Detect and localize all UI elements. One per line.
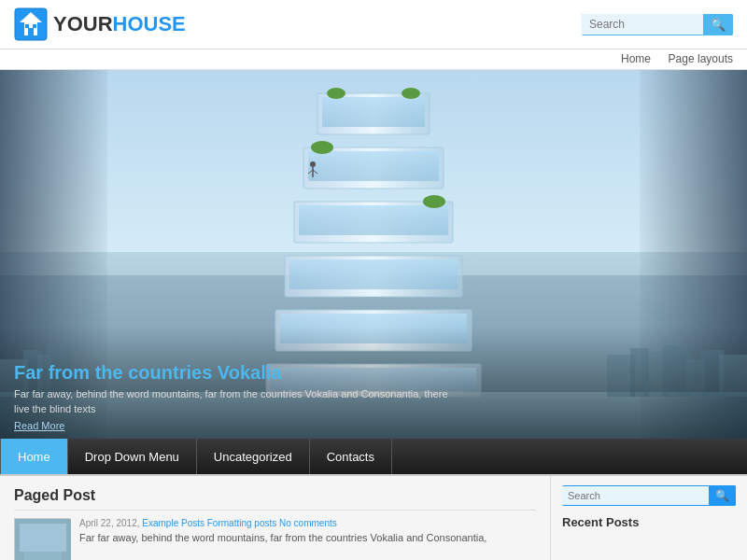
svg-point-15 (423, 195, 445, 208)
svg-rect-5 (25, 24, 29, 28)
svg-rect-7 (322, 97, 425, 127)
svg-point-12 (311, 141, 333, 154)
top-nav-page-layouts[interactable]: Page layouts (669, 52, 733, 65)
logo-your: YOUR (53, 12, 113, 35)
header: YOURHOUSE .logo-text-wrap { font-size: 2… (0, 0, 747, 49)
hero-read-more-link[interactable]: Read More (14, 420, 733, 431)
nav-item-home[interactable]: Home (0, 439, 68, 474)
header-search-button[interactable]: 🔍 (703, 14, 733, 35)
header-search-input[interactable] (582, 14, 703, 35)
hero-section: Far from the countries Vokalia Far far a… (0, 70, 747, 439)
nav-item-uncategorized[interactable]: Uncategorized (197, 439, 310, 474)
svg-rect-11 (308, 151, 439, 181)
main-navigation: Home Drop Down Menu Uncategorized Contac… (0, 439, 747, 474)
content-area: Paged Post April 22, 2012, Example Posts… (0, 474, 747, 560)
svg-rect-39 (24, 552, 62, 560)
svg-rect-3 (28, 28, 34, 35)
house-icon (14, 7, 48, 41)
hero-title: Far from the countries Vokalia (14, 362, 733, 384)
nav-item-dropdown-menu[interactable]: Drop Down Menu (68, 439, 197, 474)
post-excerpt: Far far away, behind the word mountains,… (79, 531, 486, 545)
svg-point-9 (402, 88, 420, 99)
svg-rect-38 (20, 524, 66, 552)
nav-item-contacts[interactable]: Contacts (310, 439, 392, 474)
header-search-form: 🔍 (582, 14, 733, 35)
post-date: April 22, 2012 (79, 518, 137, 528)
post-meta: April 22, 2012, Example Posts Formatting… (79, 518, 486, 528)
svg-point-8 (327, 88, 345, 99)
sidebar-search-button[interactable]: 🔍 (709, 485, 736, 506)
sidebar: 🔍 Recent Posts (551, 476, 747, 560)
top-navigation: Home Page layouts (0, 49, 747, 70)
post-info: April 22, 2012, Example Posts Formatting… (79, 518, 486, 560)
hero-overlay: Far from the countries Vokalia Far far a… (0, 327, 747, 439)
post-link-comments[interactable]: No comments (279, 518, 337, 528)
hero-description: Far far away, behind the word mountains,… (14, 387, 462, 416)
recent-posts-title: Recent Posts (562, 515, 736, 529)
divider (14, 510, 536, 511)
post-row: April 22, 2012, Example Posts Formatting… (14, 518, 536, 560)
post-link-formatting[interactable]: Formatting posts (207, 518, 276, 528)
svg-rect-14 (299, 205, 448, 235)
sidebar-search-form: 🔍 (562, 485, 736, 506)
main-content: Paged Post April 22, 2012, Example Posts… (0, 476, 551, 560)
logo-text: YOURHOUSE (53, 12, 186, 36)
top-nav-home[interactable]: Home (621, 52, 651, 65)
svg-rect-4 (33, 24, 36, 28)
svg-rect-17 (289, 259, 458, 289)
post-link-example[interactable]: Example Posts (142, 518, 204, 528)
section-title: Paged Post (14, 487, 536, 504)
logo: YOURHOUSE .logo-text-wrap { font-size: 2… (14, 7, 186, 41)
sidebar-search-input[interactable] (562, 486, 709, 505)
post-thumbnail (14, 518, 70, 560)
svg-point-22 (310, 161, 316, 167)
post-thumb-image (15, 519, 71, 560)
logo-house: HOUSE (113, 12, 186, 35)
